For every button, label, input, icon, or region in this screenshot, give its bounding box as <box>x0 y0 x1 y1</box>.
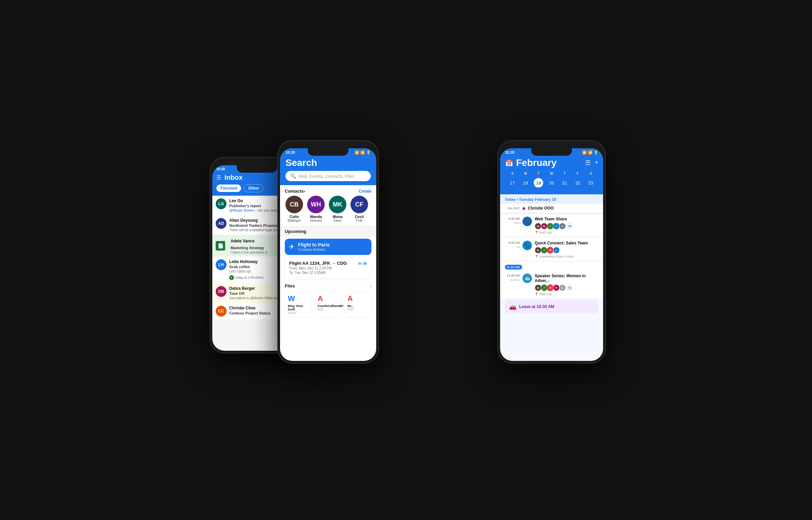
calendar-status-icons: 📶 📶 🔋 <box>582 150 598 155</box>
avatar: LH <box>216 259 227 270</box>
event-body: Speaker Series: Women in Adver... B ✓ ✗ … <box>535 274 598 296</box>
event-item[interactable]: 8:30 AM 30m 📞 Web Team Share B R ✓ <box>500 214 603 237</box>
flight-card[interactable]: ✈ Flight to Paris Contoso Airlines <box>285 239 371 255</box>
add-event-icon[interactable]: + <box>595 159 598 167</box>
search-content: Contacts › Create CB Colin Ballinger WH <box>280 185 376 319</box>
pdf-icon: A <box>347 294 368 303</box>
notch <box>237 165 277 173</box>
contact-item[interactable]: WH Wanda Howard <box>306 196 325 222</box>
scene: 10:28 ▲◀ 📶 ☰ Inbox Focused Other ⚡ Filte… <box>203 130 609 390</box>
event-start-time: 8:30 AM <box>505 217 520 221</box>
contact-avatar-cecil: CF <box>350 196 368 213</box>
event-duration: 1h <box>505 245 520 250</box>
today-date-label: Today • Tuesday February 19 <box>505 197 556 201</box>
search-input-box[interactable]: 🔍 Mail, Events, Contacts, Files <box>285 171 371 181</box>
flight-from: From: Mon, Dec 11 2:20 PM <box>289 266 367 270</box>
contact-item[interactable]: MK Mona Kane <box>328 196 347 222</box>
email-sender: Lidia Holloway <box>229 259 258 264</box>
location-icon: 📍 <box>535 255 538 258</box>
in-minutes-badge: in 32 min <box>505 265 522 269</box>
file-item[interactable]: A FourthCoffee#987 PDF <box>315 291 342 318</box>
calendar-event-icon: 📅 <box>525 276 530 281</box>
location-icon: 📍 <box>535 231 538 234</box>
event-item[interactable]: 9:00 AM 1h 📞 Quick Connect: Sales Team B… <box>500 238 603 261</box>
event-body: Web Team Share B R ✓ ✓ G +4 📍 R&D Lab <box>535 217 598 234</box>
avatar: CC <box>216 306 227 317</box>
focused-filter-button[interactable]: Focused <box>216 185 241 192</box>
cal-date-18[interactable]: 18 <box>521 178 530 188</box>
calendar-screen: 10:28 📶 📶 🔋 📅 February ☰ + <box>500 148 603 361</box>
search-icon: 🔍 <box>290 173 296 179</box>
attendee-avatar: G <box>559 223 566 230</box>
attendee-avatar: G <box>559 284 566 291</box>
phone-call-icon: 📞 <box>525 243 530 248</box>
notch <box>308 148 348 156</box>
contact-avatar-wanda: WH <box>307 196 325 213</box>
notch <box>531 148 572 156</box>
hamburger-icon[interactable]: ☰ <box>216 174 221 181</box>
event-duration: 30m <box>505 221 520 225</box>
calendar-time: 10:28 <box>505 150 514 155</box>
upcoming-section: Upcoming <box>280 226 376 237</box>
flight-subtitle: Contoso Airlines <box>298 247 329 252</box>
cal-date-19-today[interactable]: 19 <box>534 178 543 188</box>
event-time: ● Today at 1 PM (30m) <box>229 275 263 280</box>
files-arrow: › <box>370 284 371 288</box>
contact-item[interactable]: CB Colin Ballinger <box>285 196 304 222</box>
event-item[interactable]: 11:00 AM 1h 30m 📅 Speaker Series: Women … <box>500 271 603 299</box>
email-sender: Allan Deyoung <box>229 218 258 223</box>
calendar-title-row: 📅 February ☰ + <box>505 156 598 171</box>
create-button[interactable]: Create <box>359 189 371 194</box>
contact-name: Cecil <box>350 215 369 219</box>
cal-date-21[interactable]: 21 <box>560 178 570 188</box>
pdf-icon: A <box>318 294 339 303</box>
files-row: W Blog_Post Draft DOCX A FourthCoffee#98… <box>280 290 376 319</box>
calendar-dot: ● <box>229 275 234 280</box>
event-title: Speaker Series: Women in Adver... <box>535 274 598 283</box>
inbox-time: 10:28 <box>216 167 225 171</box>
contact-name: Colin <box>285 215 304 219</box>
flight-detail-title: Flight AA 1234, JFK → CDG <box>289 261 347 266</box>
event-location: 📍 R&D Lab <box>535 292 598 296</box>
day-header-t: T <box>532 171 545 176</box>
event-avatars: B R ✓ ✓ G +4 <box>535 223 598 230</box>
time-badge-row: in 32 min <box>500 262 603 272</box>
file-icon: 📄 <box>216 241 225 251</box>
cal-date-23[interactable]: 23 <box>586 178 596 188</box>
cal-date-22[interactable]: 22 <box>573 178 582 188</box>
allday-title: Christie OOO <box>528 206 554 211</box>
event-avatars: B ✓ ✗ P G +1 <box>535 284 598 291</box>
travel-card[interactable]: 🚗 Leave at 10:30 AM <box>505 300 598 313</box>
cal-date-20[interactable]: 20 <box>547 178 556 188</box>
event-duration: 1h 30m <box>505 278 520 282</box>
list-view-icon[interactable]: ☰ <box>585 159 591 167</box>
attendee-avatar: ✓ <box>547 223 554 230</box>
location-icon: 📍 <box>535 292 538 296</box>
flight-info: Flight to Paris Contoso Airlines <box>298 242 329 252</box>
day-header-w: W <box>546 171 558 176</box>
flight-icon: ✈ <box>289 243 295 251</box>
contact-avatar-mona: MK <box>329 196 346 213</box>
cal-date-17[interactable]: 17 <box>508 178 517 188</box>
event-icon: 📞 <box>522 217 532 226</box>
day-header-m: M <box>519 171 532 176</box>
avatar: DB <box>216 286 227 297</box>
travel-label: Leave at 10:30 AM <box>519 304 554 309</box>
file-item[interactable]: W Blog_Post Draft DOCX <box>285 291 312 318</box>
contact-name: Mona <box>328 215 347 219</box>
other-filter-button[interactable]: Other <box>244 184 263 192</box>
allday-event[interactable]: ALL DAY Christie OOO <box>500 204 603 213</box>
file-name: Blog_Post Draft <box>288 304 309 311</box>
search-placeholder: Mail, Events, Contacts, Files <box>299 174 354 179</box>
contact-lastname: Folk <box>350 219 369 222</box>
event-icon: 📞 <box>522 241 532 250</box>
email-sender: Christie Cline <box>229 306 255 310</box>
car-icon: 🚗 <box>509 303 516 310</box>
contact-item[interactable]: CF Cecil Folk <box>350 196 369 222</box>
attendee-avatar: P <box>553 284 560 291</box>
attendee-avatar: ✓ <box>553 223 560 230</box>
file-item[interactable]: A Re... PDF <box>344 291 371 318</box>
flight-detail-card[interactable]: Flight AA 1234, JFK → CDG In 3h From: Mo… <box>285 257 371 278</box>
day-header-s: S <box>506 171 519 176</box>
file-name: FourthCoffee#987 <box>318 304 339 308</box>
